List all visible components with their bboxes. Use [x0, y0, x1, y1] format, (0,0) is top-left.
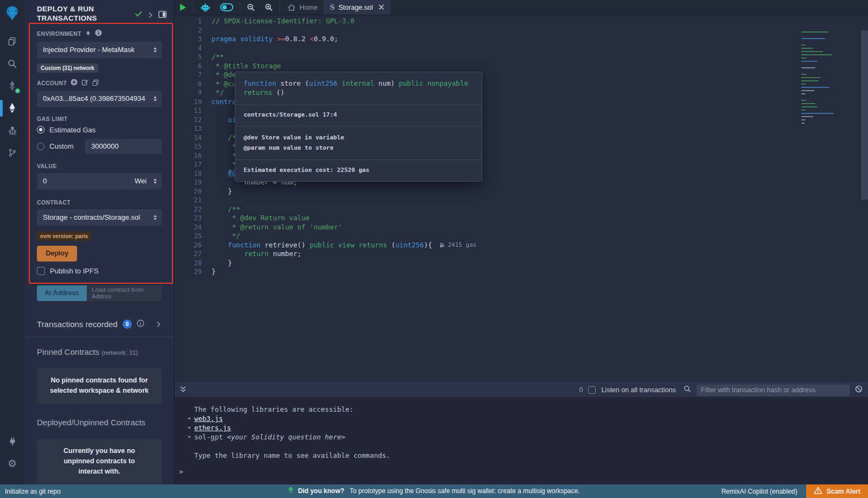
environment-select[interactable]: Injected Provider - MetaMask: [37, 42, 162, 58]
transactions-recorded-label: Transactions recorded: [37, 320, 118, 329]
account-select[interactable]: 0xA03...85ac4 (0.398673504934: [37, 91, 162, 107]
run-script-button[interactable]: [175, 0, 192, 15]
pin-panel-icon[interactable]: [158, 10, 167, 20]
network-badge: Custom (31) network: [37, 63, 98, 73]
collapse-terminal-icon[interactable]: [180, 385, 186, 395]
zoom-out-icon[interactable]: [242, 0, 260, 15]
evm-version-badge: evm version: paris: [37, 232, 91, 241]
tip-title: Did you know?: [298, 487, 344, 495]
chevron-updown-icon: [154, 178, 157, 184]
code-line: 28 }: [175, 259, 868, 268]
code-line: 1// SPDX-License-Identifier: GPL-3.0: [175, 17, 868, 26]
solidity-file-icon: S: [330, 4, 335, 11]
code-line: 29}: [175, 267, 868, 277]
settings-icon[interactable]: ⚙: [0, 452, 24, 475]
panel-title: DEPLOY & RUN TRANSACTIONS: [37, 5, 118, 23]
value-unit: Wei: [135, 177, 146, 185]
debugger-icon[interactable]: [0, 119, 24, 142]
transaction-filter-input[interactable]: Filter with transaction hash or address: [697, 385, 850, 396]
git-icon[interactable]: [0, 142, 24, 164]
file-explorer-icon[interactable]: [0, 30, 24, 53]
terminal-link[interactable]: ethers.js: [194, 423, 231, 432]
value-label: VALUE: [37, 163, 162, 169]
git-init-button[interactable]: Initialize as git repo: [5, 488, 61, 495]
copilot-toggle-on[interactable]: [215, 0, 238, 15]
transactions-info-icon[interactable]: [137, 320, 144, 329]
environment-value: Injected Provider - MetaMask: [43, 46, 135, 54]
publish-ipfs-checkbox[interactable]: [37, 267, 45, 275]
solidity-compiler-icon[interactable]: ✓: [0, 75, 24, 97]
code-line: 20 }: [175, 187, 868, 196]
zoom-in-icon[interactable]: [260, 0, 278, 15]
custom-gas-input[interactable]: 3000000: [85, 139, 162, 154]
plug-icon[interactable]: [85, 29, 91, 39]
environment-info-icon[interactable]: [95, 29, 102, 39]
value-amount: 0: [43, 177, 47, 185]
editor-scrollbar[interactable]: [861, 30, 868, 200]
tip-text: To prototype using the Gnosis safe multi…: [350, 487, 580, 495]
custom-gas-radio[interactable]: [37, 143, 44, 150]
tooltip-doc: @dev Store value in variable@param num v…: [235, 126, 482, 160]
add-account-icon[interactable]: [71, 78, 78, 88]
value-input[interactable]: 0: [37, 173, 128, 189]
code-line: 2: [175, 26, 868, 35]
section-divider: [24, 337, 174, 337]
account-label: ACCOUNT: [37, 80, 67, 86]
value-unit-select[interactable]: Wei: [128, 173, 162, 189]
code-editor[interactable]: 1// SPDX-License-Identifier: GPL-3.023pr…: [175, 15, 868, 382]
remix-logo[interactable]: [0, 0, 24, 26]
at-address-input[interactable]: Load contract from Addres: [87, 285, 162, 301]
transactions-recorded-row[interactable]: Transactions recorded 0: [37, 320, 162, 329]
tab-storage-sol[interactable]: S Storage.sol: [324, 0, 391, 15]
tooltip-signature: function store (uint256 internal num) pu…: [235, 72, 482, 104]
deploy-run-panel: DEPLOY & RUN TRANSACTIONS ENVIRONMENT In…: [24, 0, 175, 484]
code-line: 21: [175, 196, 868, 205]
pinned-contracts-network: (network: 31): [101, 349, 138, 356]
scam-alert-label: Scam Alert: [827, 488, 860, 495]
terminal-search-icon: [684, 385, 691, 395]
terminal-link[interactable]: web3.js: [194, 414, 223, 423]
tab-storage-label: Storage.sol: [339, 4, 373, 11]
terminal-prompt[interactable]: >: [175, 468, 868, 476]
editor-minimap[interactable]: [801, 31, 839, 126]
terminal-line: •web3.js: [175, 414, 868, 423]
tab-home[interactable]: Home: [282, 0, 324, 15]
terminal-line: Type the library name to see available c…: [175, 451, 868, 460]
clear-console-icon[interactable]: [855, 385, 863, 395]
contract-select[interactable]: Storage - contracts/Storage.sol: [37, 209, 162, 226]
search-icon[interactable]: [0, 53, 24, 75]
panel-check-icon: [135, 10, 143, 20]
transactions-count-badge: 0: [123, 320, 132, 329]
toolbar-separator: [193, 2, 194, 12]
gas-limit-label: GAS LIMIT: [37, 116, 162, 122]
deploy-run-icon[interactable]: [0, 97, 24, 119]
panel-collapse-icon[interactable]: [149, 10, 152, 20]
copy-account-icon[interactable]: [92, 78, 99, 88]
chevron-updown-icon: [154, 96, 157, 101]
copilot-status[interactable]: RemixAI Copilot (enabled): [722, 488, 797, 495]
account-value: 0xA03...85ac4 (0.398673504934: [43, 94, 145, 103]
code-line: 23 * @dev Return value: [175, 214, 868, 223]
ai-copilot-icon[interactable]: [195, 0, 215, 15]
sign-message-icon[interactable]: [81, 78, 88, 88]
estimated-gas-radio[interactable]: [37, 126, 44, 133]
transactions-expand-icon[interactable]: [157, 320, 161, 329]
terminal-line: •sol-gpt <your Solidity question here>: [175, 432, 868, 442]
listen-transactions-checkbox[interactable]: [588, 386, 596, 394]
pinned-empty-message: No pinned contracts found for selected w…: [37, 368, 162, 404]
deploy-button[interactable]: Deploy: [37, 246, 77, 261]
toolbar-separator: [279, 2, 280, 12]
deployed-contracts-header: Deployed/Unpinned Contracts: [37, 418, 162, 427]
warning-icon: [814, 487, 822, 496]
code-line: 25 */: [175, 232, 868, 241]
at-address-button[interactable]: At Address: [37, 285, 87, 301]
code-line: 27 return number;: [175, 250, 868, 259]
code-line: 24 * @return value of 'number': [175, 223, 868, 232]
scam-alert-button[interactable]: Scam Alert: [806, 484, 868, 498]
terminal-output[interactable]: The following libraries are accessible:•…: [175, 397, 868, 460]
at-address-placeholder: Load contract from Addres: [92, 286, 157, 299]
close-tab-icon[interactable]: [379, 4, 384, 11]
code-line: 6 * @title Storage: [175, 62, 868, 71]
plugin-manager-icon[interactable]: [0, 430, 24, 452]
contract-label: CONTRACT: [37, 199, 162, 206]
